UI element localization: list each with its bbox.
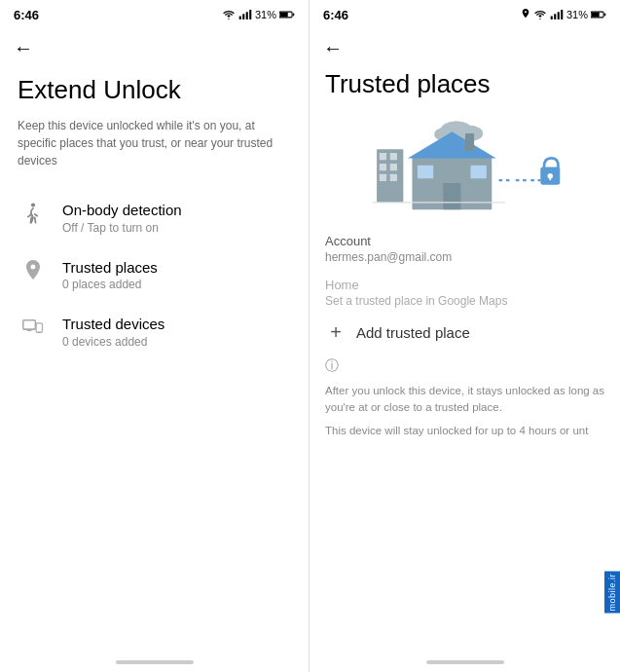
svg-rect-6 [293,14,294,17]
svg-rect-5 [280,13,288,17]
plus-icon: + [325,321,346,343]
trusted-places-subtitle: 0 places added [62,278,291,291]
battery-icon-right [591,10,606,19]
left-subtitle: Keep this device unlocked while it's on … [18,117,291,169]
svg-rect-3 [249,10,251,19]
wifi-icon [222,9,236,20]
info-row-1: ⓘ [325,356,604,375]
left-time: 6:46 [14,8,39,22]
trusted-devices-subtitle: 0 devices added [62,335,291,349]
svg-rect-13 [551,16,553,19]
svg-point-7 [31,204,35,207]
svg-rect-26 [379,164,385,170]
home-sub: Set a trusted place in Google Maps [325,294,604,308]
right-panel: 6:46 31% [310,0,620,672]
left-battery: 31% [255,9,276,20]
svg-rect-27 [389,164,396,170]
svg-rect-41 [549,176,551,181]
cell-icon [238,9,252,20]
info-circle-icon: ⓘ [325,357,339,375]
right-page-title: Trusted places [325,69,604,99]
svg-rect-35 [465,133,474,151]
right-battery: 31% [566,9,588,20]
svg-rect-16 [561,10,563,19]
svg-rect-9 [27,330,32,331]
svg-rect-24 [379,153,385,160]
wifi-icon-right [533,9,547,20]
trusted-devices-title: Trusted devices [62,315,291,334]
trusted-places-title: Trusted places [62,258,291,278]
right-status-bar: 6:46 31% [310,0,620,27]
watermark: mobile.ir [604,572,620,614]
menu-item-trusted-devices[interactable]: Trusted devices 0 devices added [18,303,291,360]
svg-rect-18 [592,13,600,17]
svg-rect-34 [470,166,486,179]
left-panel: 6:46 31% ← [0,0,310,672]
right-back-button[interactable]: ← [310,27,620,65]
svg-rect-15 [558,12,560,19]
trusted-places-illustration [325,109,604,216]
trusted-devices-text: Trusted devices 0 devices added [62,315,291,349]
account-value: hermes.pan@gmail.com [325,250,604,264]
svg-rect-14 [554,14,556,19]
svg-rect-8 [23,320,36,329]
svg-rect-32 [443,183,460,209]
svg-rect-0 [239,16,241,19]
info-text-1: After you unlock this device, it stays u… [325,383,604,417]
location-pin-icon [18,260,49,283]
account-label: Account [325,234,604,248]
menu-item-onbody[interactable]: On-body detection Off / Tap to turn on [18,189,291,246]
right-time: 6:46 [323,8,348,22]
home-label: Home [325,278,604,292]
house-illustration-svg [368,114,563,211]
left-content: Extend Unlock Keep this device unlocked … [0,65,309,672]
battery-icon-left [279,10,295,19]
svg-rect-19 [604,14,605,17]
right-status-icons: 31% [521,9,606,20]
menu-item-trusted-places[interactable]: Trusted places 0 places added [18,246,291,304]
left-page-title: Extend Unlock [18,75,291,105]
onbody-text: On-body detection Off / Tap to turn on [62,201,291,235]
devices-icon [18,317,49,336]
svg-rect-33 [417,166,432,179]
svg-rect-28 [379,174,385,181]
trusted-places-text: Trusted places 0 places added [62,258,291,292]
info-text-block: After you unlock this device, it stays u… [325,383,604,439]
right-content: Trusted places [310,65,620,672]
left-bottom-indicator [116,660,194,664]
right-bottom-indicator [426,660,504,664]
info-text-2: This device will stay unlocked for up to… [325,423,604,439]
svg-rect-10 [36,323,42,332]
add-trusted-place-button[interactable]: + Add trusted place [325,321,604,343]
svg-rect-2 [246,12,248,19]
left-status-icons: 31% [222,9,295,20]
add-label: Add trusted place [356,324,470,341]
left-back-button[interactable]: ← [0,27,309,65]
svg-point-12 [39,332,40,333]
svg-marker-31 [407,131,495,158]
location-icon [521,9,530,20]
left-status-bar: 6:46 31% [0,0,309,27]
onbody-subtitle: Off / Tap to turn on [62,221,291,235]
cell-icon-right [550,9,564,20]
svg-rect-1 [242,14,244,19]
onbody-title: On-body detection [62,201,291,220]
person-walk-icon [18,203,49,226]
svg-rect-25 [389,153,396,160]
svg-rect-29 [389,174,396,181]
